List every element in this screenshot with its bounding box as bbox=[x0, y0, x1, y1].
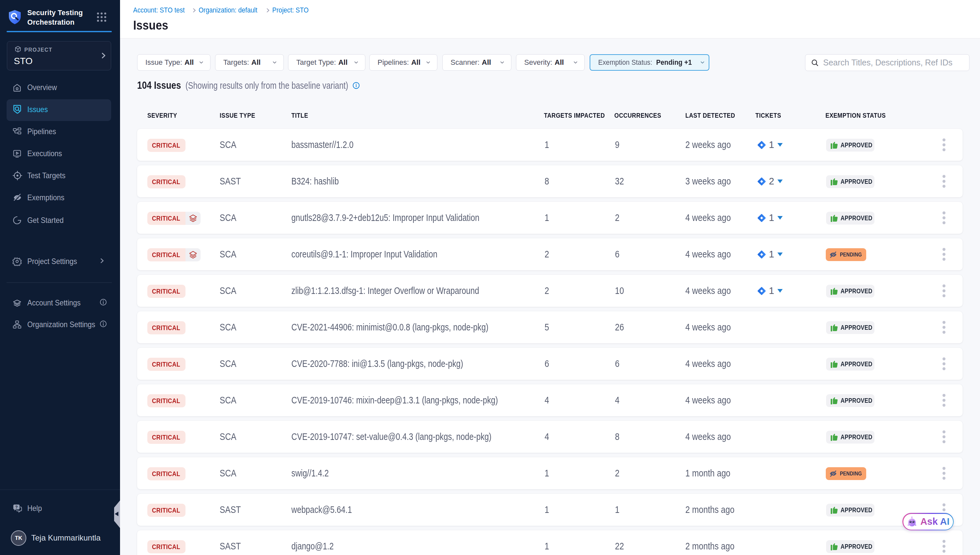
svg-text:?: ? bbox=[15, 505, 18, 509]
